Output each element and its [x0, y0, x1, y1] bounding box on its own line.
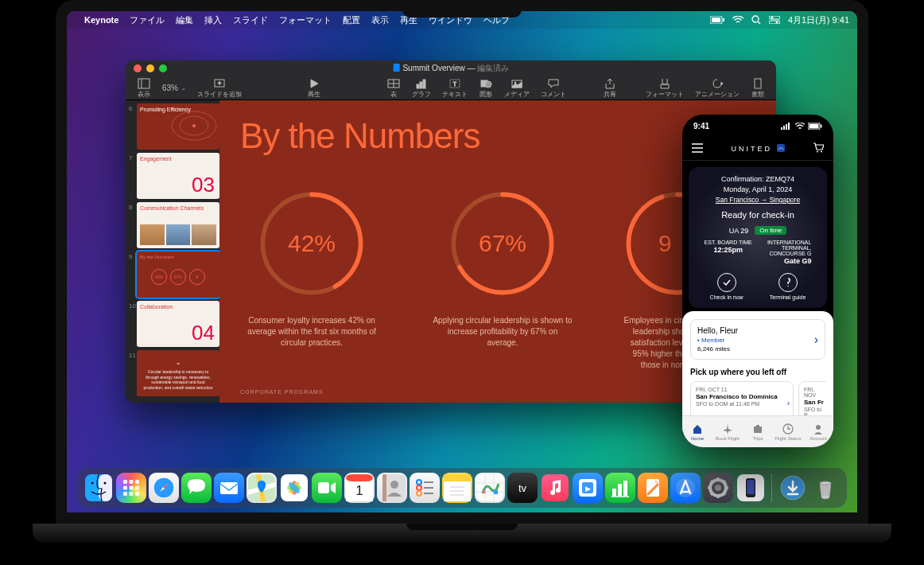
dock-downloads[interactable] [778, 473, 808, 503]
menu-arrange[interactable]: 配置 [343, 14, 360, 26]
dock-launchpad[interactable] [116, 473, 146, 503]
keynote-window: Summit Overview — 編集済み 表示 63%⌄ +スライドを追加 … [126, 60, 776, 403]
svg-text:T: T [453, 81, 457, 87]
checkin-button[interactable]: Check in now [710, 273, 743, 300]
svg-point-58 [104, 482, 107, 485]
control-center-icon[interactable] [769, 16, 780, 24]
slide-thumb[interactable]: 11"Circular leadership is necessary toth… [129, 350, 216, 396]
toolbar-add-slide[interactable]: +スライドを追加 [192, 78, 247, 99]
slide-thumb[interactable]: 10Collaboration04 [129, 301, 216, 347]
menu-edit[interactable]: 編集 [176, 14, 193, 26]
dock-tv[interactable]: tv [507, 473, 538, 503]
dock-numbers[interactable] [605, 473, 635, 503]
menu-view[interactable]: 表示 [371, 14, 389, 26]
dock-safari[interactable] [149, 473, 179, 503]
tab-status[interactable]: Flight Status [773, 416, 803, 447]
menu-file[interactable]: ファイル [130, 14, 165, 26]
dock-mail[interactable] [214, 473, 244, 503]
svg-rect-60 [130, 480, 134, 484]
window-minimize-button[interactable] [146, 64, 154, 72]
svg-rect-67 [135, 492, 139, 496]
svg-text:tv: tv [518, 482, 527, 494]
svg-rect-51 [754, 427, 762, 433]
svg-text:1: 1 [355, 483, 363, 498]
toolbar-document[interactable]: 書類 [746, 78, 770, 99]
tab-account[interactable]: Account [803, 416, 833, 447]
tab-trips[interactable]: Trips [743, 416, 773, 447]
battery-icon[interactable] [710, 16, 724, 24]
dock-music[interactable] [540, 473, 570, 503]
wifi-icon[interactable] [732, 16, 743, 24]
svg-rect-81 [346, 474, 373, 481]
dock-maps[interactable] [247, 473, 277, 503]
svg-rect-93 [444, 474, 471, 481]
dock-appstore-alt[interactable]: ▶ [573, 473, 603, 503]
menu-insert[interactable]: 挿入 [204, 14, 222, 26]
menu-slide[interactable]: スライド [233, 14, 268, 26]
document-title: Summit Overview — 編集済み [393, 63, 510, 74]
menu-format[interactable]: フォーマット [279, 14, 332, 26]
stat-2: 67% Applying circular leadership is show… [431, 188, 574, 371]
svg-rect-63 [130, 486, 134, 490]
terminal-guide-button[interactable]: Terminal guide [770, 273, 806, 300]
toolbar-share[interactable]: 共有 [598, 78, 622, 99]
svg-line-121 [711, 481, 713, 483]
tab-home[interactable]: Home [682, 416, 712, 447]
dock-appstore[interactable] [670, 473, 701, 503]
user-card[interactable]: Hello, Fleur ▪ Member 6,246 miles › [690, 319, 825, 360]
toolbar-chart[interactable]: グラフ [407, 78, 436, 99]
svg-point-103 [483, 490, 486, 493]
dock-settings[interactable] [703, 473, 733, 503]
svg-rect-111 [618, 484, 622, 496]
dock-calendar[interactable]: 1 [344, 473, 375, 503]
window-close-button[interactable] [134, 64, 142, 72]
phone-tab-bar: Home Book Flight Trips Flight Status Acc… [682, 415, 833, 447]
toolbar-animate[interactable]: アニメーション [690, 78, 744, 99]
svg-rect-5 [769, 16, 780, 19]
slide-thumb[interactable]: 6Promoting Efficiency [129, 103, 216, 150]
svg-rect-1 [712, 18, 720, 22]
slide-navigator[interactable]: 6Promoting Efficiency 7Engagement03 8Com… [126, 100, 219, 403]
dock-pages[interactable] [638, 473, 668, 503]
route-link[interactable]: San Francisco → Singapore [697, 196, 819, 204]
dock-iphone-mirror[interactable] [736, 473, 766, 503]
slide-thumb-selected[interactable]: 9By the Numbers42%67%9 [129, 251, 216, 298]
svg-rect-64 [135, 486, 139, 490]
toolbar-play[interactable]: 再生 [282, 78, 346, 99]
menubar-clock[interactable]: 4月1日(月) 9:41 [788, 14, 849, 26]
app-menu[interactable]: Keynote [84, 15, 118, 25]
toolbar-comment[interactable]: コメント [536, 78, 571, 99]
slide-thumb[interactable]: 7Engagement03 [129, 153, 216, 199]
dock-photos[interactable] [279, 473, 309, 503]
toolbar-media[interactable]: メディア [499, 78, 534, 99]
boarding-card[interactable]: Confirmation: ZEMQ74 Monday, April 1, 20… [689, 167, 827, 308]
iphone-mirror-window[interactable]: 9:41 UNITED Confirmation: ZEMQ74 Monday,… [682, 115, 833, 447]
slide-thumb[interactable]: 8Communication Channels [129, 202, 216, 248]
svg-rect-2 [723, 18, 724, 21]
dock-contacts[interactable] [377, 473, 407, 503]
dock-notes[interactable] [442, 473, 472, 503]
toolbar-view[interactable]: 表示 [132, 78, 156, 99]
toolbar-text[interactable]: Tテキスト [437, 78, 472, 99]
dock-facetime[interactable] [312, 473, 342, 503]
chevron-right-icon: › [814, 333, 818, 347]
spotlight-icon[interactable] [751, 15, 761, 25]
toolbar-table[interactable]: 表 [382, 78, 406, 99]
cart-icon[interactable] [813, 142, 824, 156]
svg-point-89 [417, 485, 421, 490]
window-titlebar[interactable]: Summit Overview — 編集済み [126, 60, 776, 76]
dock-trash[interactable] [810, 473, 841, 503]
slide-footer: CORPORATE PROGRAMS [240, 389, 324, 395]
confirmation-text: Confirmation: ZEMQ74 [697, 175, 819, 183]
tab-book[interactable]: Book Flight [712, 416, 743, 447]
dock-finder[interactable] [83, 473, 114, 503]
hamburger-icon[interactable] [692, 142, 703, 156]
toolbar-zoom[interactable]: 63%⌄ [157, 84, 191, 92]
svg-rect-19 [420, 82, 422, 88]
dock-reminders[interactable] [410, 473, 440, 503]
window-zoom-button[interactable] [159, 64, 167, 72]
dock-messages[interactable] [181, 473, 212, 503]
dock-freeform[interactable] [475, 473, 505, 503]
toolbar-shape[interactable]: 図形 [474, 78, 498, 99]
toolbar-format[interactable]: フォーマット [641, 78, 689, 99]
